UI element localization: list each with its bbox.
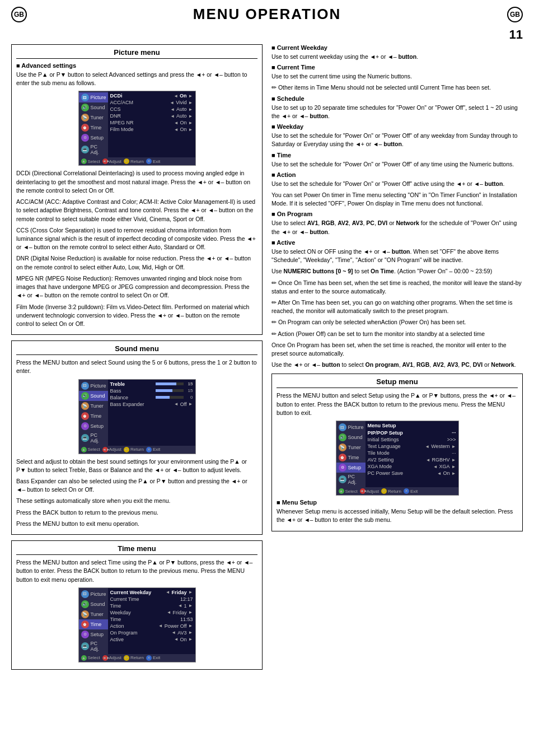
setup-sidebar-picture: 🖼 Picture: [336, 422, 366, 432]
filmmode-value: On: [180, 127, 187, 132]
currenttime-label: Current Time: [110, 596, 139, 602]
dnr-left-arrow: ◄: [170, 114, 175, 119]
action-heading: Action: [271, 171, 523, 178]
sound-sidebar-picture-label: Picture: [91, 383, 106, 389]
time-row-schedule: Time ◄ 1 ►: [110, 603, 193, 609]
setup-return-btn: ↩ Return: [381, 488, 401, 494]
active-value: On: [180, 637, 187, 642]
time-menu-screenshot: 🖼 Picture 🔊 Sound 📡 Tuner ⏰: [78, 587, 196, 662]
sound-sidebar-time-label: Time: [91, 413, 102, 419]
setup-sidebar-tuner: 📡 Tuner: [336, 442, 366, 452]
menu-row-filmmode: Film Mode ◄ On ►: [110, 127, 193, 132]
setup-adjust-icon: ◄►: [360, 488, 366, 494]
schedule-text: Use to set up to 20 separate time schedu…: [271, 104, 523, 120]
sound-sidebar-setup: ⚙ Setup: [79, 421, 108, 431]
setup-menu-bottom-bar: ▲ Select ◄► Adjust ↩ Return ✕ Exit: [336, 487, 458, 495]
textlang-label: Text Language: [368, 444, 401, 449]
picture-menu-content: DCDi ◄ On ► ACC/ACM ◄ Vivid: [108, 91, 195, 157]
action-left: ◄: [158, 623, 163, 628]
onprogram-text: Use to select AV1, RGB, AV2, AV3, PC, DV…: [271, 219, 523, 236]
menu-row-acm: ACC/ACM ◄ Vivid ►: [110, 100, 193, 105]
time-label: Time: [110, 617, 121, 622]
av2setting-value: RGBHV: [432, 457, 450, 463]
setup-row-textlang: Text Language ◄ Western ►: [368, 444, 456, 449]
adjust-icon: ◄►: [102, 158, 108, 164]
sound-menu-bottom-bar: ▲ Select ◄► Adjust ↩ Return ✕ Exit: [79, 446, 195, 454]
return-icon: ↩: [124, 158, 129, 164]
sound-setup-icon: ⚙: [81, 422, 89, 430]
page-number: 11: [509, 27, 523, 42]
setup-sidebar-time: ⏰ Time: [336, 452, 366, 463]
return-btn: ↩ Return: [124, 158, 144, 164]
pcpowersave-value: On: [443, 470, 450, 476]
initial-label: Initial Settings: [368, 437, 399, 442]
time-exit-btn: ✕ Exit: [146, 655, 160, 661]
gb-badge-left: GB: [11, 7, 27, 22]
acm-right-arrow: ►: [189, 100, 193, 105]
sound-body-text: Select and adjust to obtain the best sou…: [16, 458, 257, 474]
setup-picture-icon: 🖼: [339, 423, 346, 431]
time-menu-section: Time menu Press the MENU button and sele…: [11, 540, 263, 670]
time-menu-intro: Press the MENU button and select Time us…: [16, 558, 257, 584]
weekday-text: Use to set the schedule for "Power On" o…: [271, 132, 523, 148]
setup-sidebar-time-label: Time: [348, 455, 359, 460]
active-label: Active: [110, 637, 124, 642]
time-exit-icon: ✕: [146, 655, 152, 661]
menu-row-dcdi: DCDi ◄ On ►: [110, 93, 193, 99]
currentweekday-label: Current Weekday: [110, 590, 152, 595]
tilemode-value: ···: [452, 450, 456, 456]
dnr-value: Auto: [176, 113, 187, 119]
dcdi-text: DCDi (Directional Correlational Deinterl…: [16, 169, 257, 195]
time-pcadj-icon: 💻: [81, 642, 89, 650]
sound-return-label: Return: [130, 447, 144, 452]
setup-icon: ⚙: [81, 134, 89, 142]
onprogram-left: ◄: [171, 630, 176, 635]
bass-bar: [156, 389, 184, 392]
setup-sidebar-setup-label: Setup: [348, 465, 362, 470]
picture-icon: 🖼: [81, 94, 89, 101]
balance-bar-fill: [156, 396, 170, 399]
weekday-label: Weekday: [110, 610, 131, 615]
setup-exit-label: Exit: [410, 489, 418, 494]
setup-menu-title: Setup menu: [277, 377, 518, 388]
time-sidebar-time: ⏰ Time: [79, 619, 108, 629]
time-row-active: Active ◄ On ►: [110, 637, 193, 642]
sound-adjust-label: Adjust: [109, 447, 121, 452]
setup-adjust-btn: ◄► Adjust: [360, 488, 379, 494]
active-note1: ✏ Once On Time has been set, when the se…: [271, 279, 523, 296]
active-text: Use to select ON or OFF using the ◄+ or …: [271, 248, 523, 264]
mpegnr-value: On: [180, 120, 187, 125]
main-layout: Picture menu Advanced settings Use the P…: [11, 44, 523, 675]
time-sidebar-pcadj: 💻 PC Adj.: [79, 640, 108, 653]
setup-content-title: Menu Setup: [368, 423, 456, 428]
menu-row-dnr: DNR ◄ Auto ►: [110, 113, 193, 119]
balance-value: 0: [185, 395, 193, 400]
back-button-text: Press the BACK button to return to the p…: [16, 508, 257, 517]
dnr-text: DNR (Digital Noise Reduction) is availab…: [16, 254, 257, 271]
mpegnr-left-arrow: ◄: [174, 120, 179, 125]
xgamode-label: XGA Mode: [368, 464, 392, 469]
setup-adjust-label: Adjust: [367, 489, 379, 494]
setup-sidebar-tuner-label: Tuner: [348, 445, 361, 450]
active-note2: ✏ After On Time has been set, you can go…: [271, 298, 523, 315]
filmmode-right-arrow: ►: [189, 127, 193, 132]
setup-row-pippop: PIP/POP Setup ···: [368, 430, 456, 436]
time-row-currentweekday: Current Weekday ◄ Friday ►: [110, 590, 193, 595]
action-text: Use to set the schedule for "Power On" o…: [271, 180, 523, 188]
sound-sound-icon: 🔊: [81, 392, 89, 400]
setup-sidebar-pcadj: 💻 PC Adj.: [336, 473, 366, 486]
adjust-label: Adjust: [109, 159, 121, 164]
time-menu-title: Time menu: [16, 544, 257, 555]
picture-menu-bottom-bar: ▲ Select ◄► Adjust ↩ Return ✕ Exit: [79, 157, 195, 165]
balance-label: Balance: [110, 395, 129, 400]
time-select-btn: ▲ Select: [81, 655, 100, 661]
dcdi-value: On: [180, 93, 187, 99]
time-time-icon: ⏰: [81, 620, 89, 628]
time-row-weekday: Weekday ◄ Friday ►: [110, 610, 193, 615]
select-btn: ▲ Select: [81, 158, 100, 164]
adjust-btn: ◄► Adjust: [102, 158, 121, 164]
sound-sidebar-pcadj: 💻 PC Adj.: [79, 431, 108, 445]
sound-sidebar-tuner-label: Tuner: [91, 403, 104, 409]
time-sidebar-tuner-label: Tuner: [91, 612, 104, 617]
sound-menu-screenshot: 🖼 Picture 🔊 Sound 📡 Tuner ⏰: [78, 379, 196, 454]
